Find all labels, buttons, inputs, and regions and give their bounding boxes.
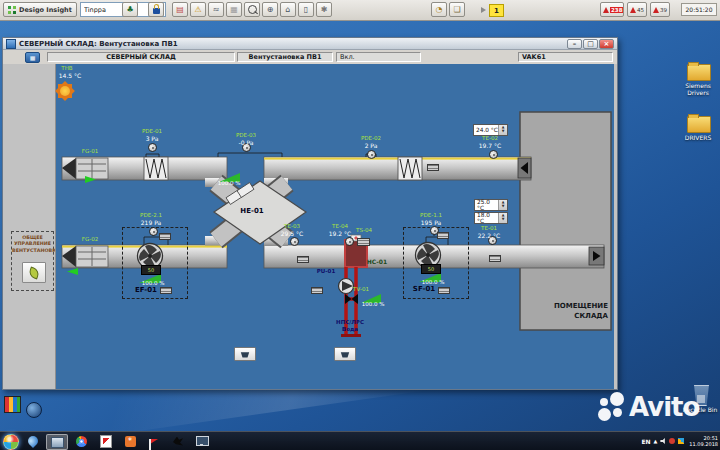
temp-sensor-te03[interactable]: [290, 237, 299, 246]
trend-icon[interactable]: ≈: [208, 2, 224, 17]
pde11-value[interactable]: 195 Pa: [421, 220, 441, 226]
taskbar-app-remote[interactable]: [192, 434, 212, 448]
taskbar-app-chrome[interactable]: [71, 434, 91, 448]
temp-sensor-te02[interactable]: [489, 150, 498, 159]
bars-icon[interactable]: ▤: [172, 2, 188, 17]
monitor-icon: [196, 436, 209, 446]
he-position-value[interactable]: 100.0 %: [218, 181, 241, 187]
search-icon[interactable]: [244, 2, 260, 17]
taskbar-app-torrent[interactable]: [23, 434, 43, 448]
frost-stat-device[interactable]: [357, 238, 370, 246]
filter-symbol-pde01[interactable]: [144, 157, 168, 180]
plant-icon[interactable]: ♣: [122, 2, 138, 17]
heater-tag[interactable]: HC-01: [367, 259, 387, 265]
water-source-label: НПС/ЛРС: [336, 320, 364, 326]
outdoor-temp-icon[interactable]: [58, 84, 72, 98]
lock-icon[interactable]: [148, 2, 164, 17]
taskbar-app-flag[interactable]: [144, 434, 164, 448]
basket-icon: [240, 351, 250, 358]
pde01-value[interactable]: 3 Pa: [146, 136, 159, 142]
supply-setpoint-high-spinner[interactable]: 25.0 °C ▲▼: [474, 199, 508, 211]
taskbar-app-settings[interactable]: *: [120, 434, 140, 448]
he-tag[interactable]: HE-01: [240, 208, 263, 215]
pde02-tag: PDE-02: [361, 136, 381, 142]
outdoor-value[interactable]: 14.5 °C: [59, 73, 81, 79]
avito-logo-circle: [598, 408, 611, 421]
taskbar-app-active[interactable]: [46, 434, 68, 450]
tools-icon[interactable]: ✱: [316, 2, 332, 17]
intake-damper-tag: FG-01: [82, 149, 98, 155]
pressure-sensor-pde02[interactable]: [367, 150, 376, 159]
te02-value[interactable]: 19.7 °C: [479, 143, 501, 149]
alarm-icon[interactable]: ⚠: [190, 2, 206, 17]
start-button[interactable]: [3, 434, 19, 450]
drop-icon: [26, 434, 40, 448]
diagram-shapes: [0, 0, 720, 450]
room-label: ПОМЕЩЕНИЕ СКЛАДА: [534, 302, 608, 322]
basket-icon: [340, 351, 350, 358]
sf-freq-badge: 50: [421, 264, 441, 274]
badge-arrow-icon: [481, 7, 486, 13]
toolbar-clock: 20:51:20: [681, 3, 717, 16]
valve-tag[interactable]: TV-01: [353, 287, 369, 293]
spinner-arrows-icon[interactable]: ▲▼: [498, 200, 507, 210]
schedule-icon[interactable]: ◔: [431, 2, 447, 17]
home-icon[interactable]: ⌂: [280, 2, 296, 17]
flow-arrow-icon: [67, 268, 78, 275]
volume-icon[interactable]: [660, 438, 666, 444]
spinner-arrows-icon[interactable]: ▲▼: [498, 125, 507, 135]
pde03-value[interactable]: -0 Pa: [239, 140, 254, 146]
hidden-icons-arrow[interactable]: ▲: [654, 438, 658, 444]
supply-setpoint-low-spinner[interactable]: 18.0 °C ▲▼: [474, 212, 508, 224]
list-icon[interactable]: ▦: [226, 2, 242, 17]
report-icon[interactable]: ❏: [449, 2, 465, 17]
alarm-counter-3[interactable]: 39: [650, 2, 670, 17]
pressure-sensor-pde21[interactable]: [149, 227, 158, 236]
app-menu-button[interactable]: Desigo Insight: [3, 2, 77, 17]
status-mini-box: [437, 232, 449, 239]
nav-button-2[interactable]: [334, 347, 356, 361]
alarm-triangle-icon: [603, 7, 609, 13]
zoom-icon[interactable]: ⊕: [262, 2, 278, 17]
alarm-counter-1[interactable]: 238: [600, 2, 624, 17]
taskbar-app-bird[interactable]: [168, 434, 188, 448]
avito-watermark: Avito: [596, 390, 720, 438]
status-mini-box: [489, 255, 501, 262]
pde21-value[interactable]: 219 Pa: [141, 220, 161, 226]
pde02-value[interactable]: 2 Pa: [365, 143, 378, 149]
nav-button-1[interactable]: [234, 347, 256, 361]
tray-app-icon[interactable]: [678, 438, 684, 444]
supply-flow-arrow: [589, 247, 604, 265]
diagram-overlay: 50 50 24.0 °C ▲▼ 25.0 °C ▲▼ 18.0 °C ▲▼ Т…: [0, 0, 720, 450]
status-mini-box: [160, 287, 172, 294]
te01-value[interactable]: 22.2 °C: [478, 233, 500, 239]
te03-value[interactable]: 29.5 °C: [281, 231, 303, 237]
pump-tag[interactable]: PU-01: [317, 269, 335, 275]
bird-icon: [173, 437, 183, 446]
valve-position-value[interactable]: 100.0 %: [362, 302, 385, 308]
filter-symbol-pde02[interactable]: [398, 157, 422, 180]
outdoor-tag: ТНВ: [61, 66, 72, 72]
pump-symbol[interactable]: [339, 279, 354, 294]
te01-tag: TE-01: [481, 226, 497, 232]
alarm-counter-2[interactable]: 45: [627, 2, 647, 17]
notification-badge[interactable]: 1: [489, 4, 504, 17]
tray-alert-icon[interactable]: [669, 438, 675, 444]
pipe-end: [341, 334, 351, 337]
page-icon[interactable]: ▯: [298, 2, 314, 17]
app-name: Desigo Insight: [19, 6, 72, 14]
window-app-icon: [51, 437, 64, 448]
spinner-arrows-icon[interactable]: ▲▼: [498, 213, 507, 223]
te04-value[interactable]: 19.2 °C: [329, 231, 351, 237]
sf-tag[interactable]: SF-01: [413, 286, 435, 293]
avito-logo-circle: [613, 408, 622, 417]
pressure-sensor-pde01[interactable]: [148, 143, 157, 152]
pde11-tag: PDE-1.1: [420, 213, 442, 219]
document-icon: [100, 435, 112, 448]
ef-tag[interactable]: EF-01: [135, 287, 157, 294]
ef-freq-badge: 50: [141, 265, 161, 275]
taskbar-app-doc[interactable]: [96, 434, 116, 448]
language-indicator[interactable]: EN: [641, 438, 650, 445]
temp-sensor-te04[interactable]: [345, 237, 354, 246]
te04-tag: TE-04: [332, 224, 348, 230]
